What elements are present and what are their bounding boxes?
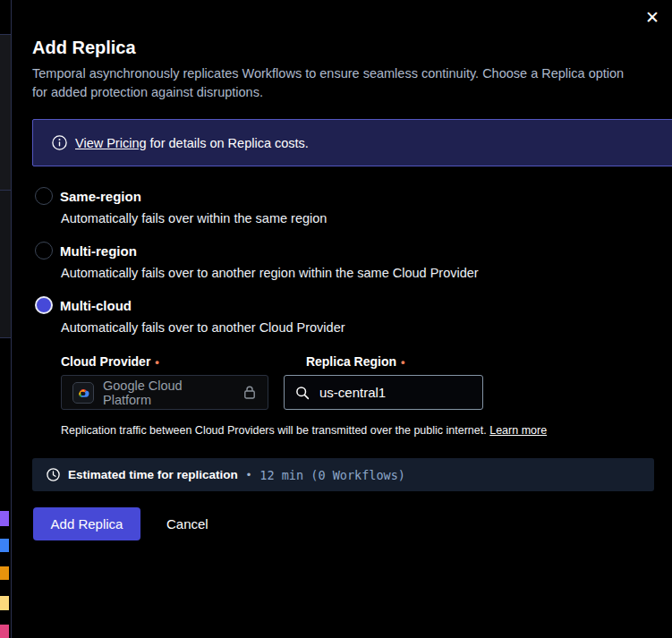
cancel-button[interactable]: Cancel <box>161 507 214 540</box>
option-label: Same-region <box>60 189 141 204</box>
estimate-separator: • <box>247 468 251 481</box>
replica-region-label: Replica Region• <box>306 354 405 369</box>
view-pricing-link[interactable]: View Pricing <box>75 136 147 150</box>
radio-multi-cloud[interactable] <box>35 296 53 314</box>
option-description: Automatically fails over to another regi… <box>32 266 479 280</box>
option-multi-region[interactable]: Multi-region Automatically fails over to… <box>32 242 479 280</box>
strip-orange <box>0 566 9 580</box>
strip-purple <box>0 511 9 526</box>
info-circle-icon <box>52 135 67 150</box>
estimate-label: Estimated time for replication <box>68 468 238 481</box>
required-dot: • <box>401 355 405 369</box>
strip-pink <box>0 625 9 638</box>
background-divider <box>0 190 11 191</box>
option-description: Automatically fails over within the same… <box>32 211 327 225</box>
pricing-banner-rest: for details on Replica costs. <box>147 136 309 150</box>
strip-blue <box>0 539 9 552</box>
form-labels-row: Cloud Provider• Replica Region• <box>61 354 405 369</box>
gcp-cloud-icon <box>72 382 94 404</box>
pricing-info-banner: View Pricing for details on Replica cost… <box>32 119 672 166</box>
option-label: Multi-region <box>60 243 137 259</box>
replica-region-input[interactable] <box>318 384 472 401</box>
add-replica-dialog: ✕ Add Replica Temporal asynchronously re… <box>0 0 672 638</box>
background-page-strip <box>0 35 11 190</box>
option-multi-cloud[interactable]: Multi-cloud Automatically fails over to … <box>32 296 345 335</box>
option-same-region[interactable]: Same-region Automatically fails over wit… <box>32 187 327 225</box>
radio-multi-region[interactable] <box>35 242 53 259</box>
dialog-description: Temporal asynchronously replicates Workf… <box>32 64 630 102</box>
cloud-provider-field: Google Cloud Platform <box>61 375 268 410</box>
modal-left-edge <box>11 0 12 638</box>
estimate-value: 12 min (0 Workflows) <box>259 468 405 482</box>
background-divider <box>0 34 11 35</box>
background-page-strip <box>0 191 11 337</box>
strip-yellow <box>0 596 9 610</box>
replica-region-field[interactable] <box>284 375 483 410</box>
public-internet-note: Replication traffic between Cloud Provid… <box>61 424 547 437</box>
estimate-banner: Estimated time for replication • 12 min … <box>32 458 654 491</box>
required-dot: • <box>155 355 159 369</box>
background-divider <box>0 337 11 338</box>
cloud-provider-value: Google Cloud Platform <box>103 379 234 407</box>
option-description: Automatically fails over to another Clou… <box>32 320 345 335</box>
close-icon[interactable]: ✕ <box>640 7 661 29</box>
radio-same-region[interactable] <box>35 187 53 205</box>
lock-icon <box>242 385 257 400</box>
search-icon <box>295 386 310 400</box>
clock-icon <box>47 468 60 481</box>
add-replica-button[interactable]: Add Replica <box>33 507 140 540</box>
cloud-provider-label: Cloud Provider• <box>61 354 159 369</box>
pricing-banner-text: View Pricing for details on Replica cost… <box>75 136 309 150</box>
learn-more-link[interactable]: Learn more <box>489 424 547 437</box>
option-label: Multi-cloud <box>60 298 132 313</box>
dialog-title: Add Replica <box>32 38 136 58</box>
